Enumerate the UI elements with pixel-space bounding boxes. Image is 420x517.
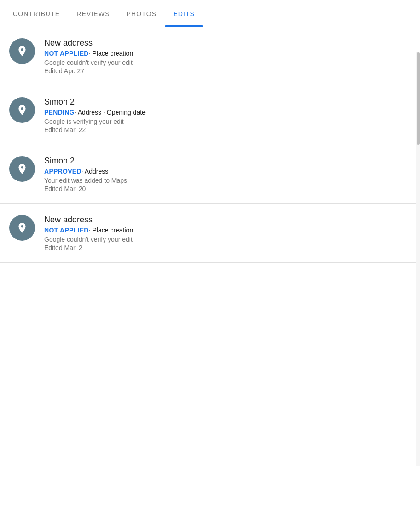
edit-category: · Address	[82, 168, 108, 175]
edit-description: Google couldn't verify your edit	[44, 236, 411, 243]
edit-date: Edited Apr. 27	[44, 67, 411, 75]
edit-title: Simon 2	[44, 97, 411, 107]
location-avatar	[9, 215, 35, 241]
edit-item[interactable]: Simon 2APPROVED · AddressYour edit was a…	[0, 145, 420, 204]
tab-contribute[interactable]: CONTRIBUTE	[5, 0, 68, 27]
status-badge: NOT APPLIED	[44, 50, 89, 57]
edit-title: New address	[44, 38, 411, 48]
location-avatar	[9, 156, 35, 182]
edit-content: Simon 2APPROVED · AddressYour edit was a…	[44, 156, 411, 192]
edit-title: Simon 2	[44, 156, 411, 166]
edit-item[interactable]: Simon 2PENDING · Address · Opening dateG…	[0, 86, 420, 145]
status-badge: PENDING	[44, 109, 75, 116]
tab-photos[interactable]: PHOTOS	[118, 0, 165, 27]
edit-title: New address	[44, 215, 411, 225]
tab-bar: CONTRIBUTEREVIEWSPHOTOSEDITS	[0, 0, 420, 27]
edit-description: Google couldn't verify your edit	[44, 59, 411, 66]
location-pin-icon	[16, 45, 28, 57]
scrollbar-thumb[interactable]	[417, 52, 420, 145]
edit-content: New addressNOT APPLIED · Place creationG…	[44, 215, 411, 251]
edit-description: Google is verifying your edit	[44, 118, 411, 125]
status-badge: NOT APPLIED	[44, 227, 89, 234]
edit-status-line: NOT APPLIED · Place creation	[44, 50, 411, 57]
edit-category: · Address · Opening date	[75, 109, 146, 116]
tab-edits[interactable]: EDITS	[165, 0, 203, 27]
edit-description: Your edit was added to Maps	[44, 177, 411, 184]
edit-status-line: NOT APPLIED · Place creation	[44, 227, 411, 234]
edit-list-container: New addressNOT APPLIED · Place creationG…	[0, 27, 420, 263]
edit-status-line: PENDING · Address · Opening date	[44, 109, 411, 116]
edit-category: · Place creation	[89, 50, 134, 57]
edit-status-line: APPROVED · Address	[44, 168, 411, 175]
location-avatar	[9, 97, 35, 123]
scrollbar-track[interactable]	[416, 52, 420, 466]
edit-date: Edited Mar. 20	[44, 185, 411, 192]
edit-date: Edited Mar. 22	[44, 126, 411, 134]
edit-item[interactable]: New addressNOT APPLIED · Place creationG…	[0, 204, 420, 263]
edit-category: · Place creation	[89, 227, 134, 234]
edit-date: Edited Mar. 2	[44, 244, 411, 251]
edit-content: Simon 2PENDING · Address · Opening dateG…	[44, 97, 411, 134]
location-avatar	[9, 38, 35, 64]
status-badge: APPROVED	[44, 168, 82, 175]
edit-content: New addressNOT APPLIED · Place creationG…	[44, 38, 411, 75]
tab-reviews[interactable]: REVIEWS	[68, 0, 118, 27]
edit-item[interactable]: New addressNOT APPLIED · Place creationG…	[0, 27, 420, 86]
location-pin-icon	[16, 222, 28, 234]
edit-list: New addressNOT APPLIED · Place creationG…	[0, 27, 420, 263]
location-pin-icon	[16, 163, 28, 175]
location-pin-icon	[16, 104, 28, 116]
